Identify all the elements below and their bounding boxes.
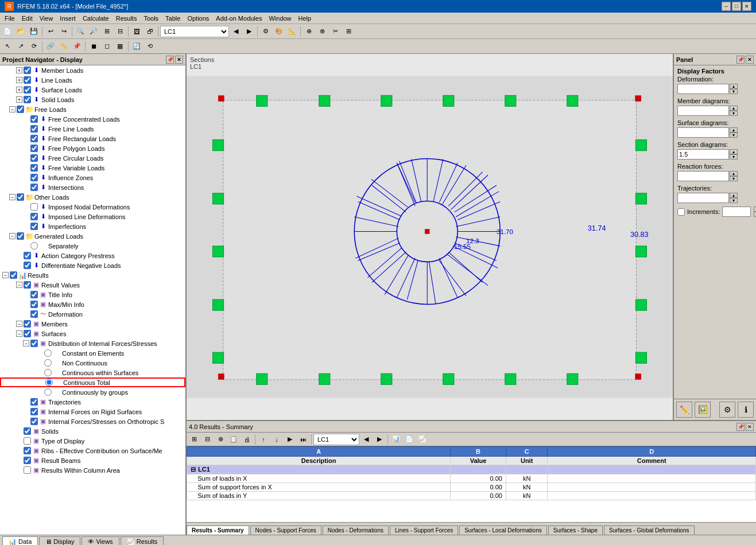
menu-tools[interactable]: Tools [140, 14, 162, 23]
res-tb9[interactable]: ⏭ [297, 433, 309, 446]
tree-check-surface-loads[interactable] [24, 86, 31, 94]
tree-check-results[interactable] [10, 271, 17, 279]
tree-container[interactable]: +⬇Member Loads+⬇Line Loads+⬇Surface Load… [0, 65, 185, 535]
tree-check-surfaces[interactable] [24, 330, 31, 337]
results-pin-btn[interactable]: 📌 [736, 423, 745, 431]
menu-file[interactable]: File [1, 14, 18, 23]
tb-prev[interactable]: ◀ [230, 25, 242, 38]
reaction-forces-input[interactable] [677, 171, 729, 181]
tree-check-members[interactable] [24, 320, 31, 328]
tree-item-influence-zones[interactable]: ⬇Influence Zones [0, 173, 185, 182]
tb2-4[interactable]: 🔗 [44, 40, 57, 53]
tree-check-influence-zones[interactable] [30, 174, 38, 181]
tree-expand-surface-loads[interactable]: + [16, 87, 22, 93]
tree-item-dist-internal[interactable]: −▣Distribution of Internal Forces/Stress… [0, 338, 185, 348]
trajectories-spinner[interactable]: ▲ ▼ [677, 193, 753, 203]
tree-check-internal-orthotropic[interactable] [30, 418, 38, 425]
tree-item-continuous-surfaces[interactable]: Continuous within Surfaces [0, 368, 185, 377]
tb-more4[interactable]: ⊞ [342, 25, 355, 38]
tb-new[interactable]: 📄 [1, 25, 14, 38]
rp-close-btn[interactable]: ✕ [746, 56, 754, 64]
tb-more3[interactable]: ✂ [329, 25, 342, 38]
tree-item-imperfections[interactable]: ⬇Imperfections [0, 221, 185, 231]
surface-diagrams-spinner[interactable]: ▲ ▼ [677, 127, 753, 138]
tree-check-other-loads[interactable] [17, 193, 24, 201]
tb2-2[interactable]: ↗ [14, 40, 27, 53]
tree-item-free-concentrated[interactable]: ⬇Free Concentrated Loads [0, 114, 185, 124]
tree-item-diff-negative[interactable]: ⬇Differentiate Negative Loads [0, 260, 185, 270]
nav-close-btn[interactable]: ✕ [175, 56, 183, 64]
tb-more2[interactable]: ⊗ [316, 25, 328, 38]
surface-up[interactable]: ▲ [730, 127, 738, 133]
deformation-down[interactable]: ▼ [730, 89, 738, 94]
results-tab-0[interactable]: Results - Summary [187, 525, 249, 535]
tree-item-maxmin-info[interactable]: ▣Max/Min Info [0, 299, 185, 309]
tree-item-deformation[interactable]: 〜Deformation [0, 309, 185, 319]
tree-item-result-beams[interactable]: ▣Result Beams [0, 456, 185, 465]
tree-item-continuous-total[interactable]: Continuous Total [0, 377, 185, 387]
tree-check-free-loads[interactable] [17, 106, 24, 113]
tab-display[interactable]: 🖥 Display [39, 536, 80, 545]
tree-check-internal-rigid[interactable] [30, 408, 38, 415]
res-export-xls[interactable]: 📊 [390, 433, 402, 446]
traj-down[interactable]: ▼ [730, 198, 738, 203]
tree-check-solids[interactable] [24, 427, 31, 435]
menu-window[interactable]: Window [265, 14, 294, 23]
tb2-6[interactable]: 📌 [71, 40, 83, 53]
tree-check-deformation[interactable] [30, 310, 38, 318]
member-down[interactable]: ▼ [730, 111, 738, 116]
tree-item-non-continuous[interactable]: Non Continuous [0, 358, 185, 368]
tree-item-internal-orthotropic[interactable]: ▣Internal Forces/Stresses on Orthotropic… [0, 416, 185, 426]
tb-model[interactable]: 📐 [286, 25, 298, 38]
tb-undo[interactable]: ↩ [44, 25, 57, 38]
tb2-9[interactable]: ▦ [114, 40, 126, 53]
tree-item-separately[interactable]: Separately [0, 241, 185, 251]
rp-image-btn[interactable]: 🖼️ [695, 402, 711, 418]
results-tab-3[interactable]: Lines - Support Forces [390, 525, 458, 535]
tree-item-imposed-line[interactable]: ⬇Imposed Line Deformations [0, 212, 185, 221]
tree-item-free-line[interactable]: ⬇Free Line Loads [0, 124, 185, 134]
tb-save[interactable]: 💾 [28, 25, 40, 38]
res-nav-left[interactable]: ◀ [360, 433, 373, 446]
tb-view1[interactable]: 🖼 [130, 25, 143, 38]
rp-edit-btn[interactable]: ✏️ [676, 402, 692, 418]
member-diagrams-input[interactable] [677, 106, 729, 116]
reaction-down[interactable]: ▼ [730, 176, 738, 181]
tree-check-result-beams[interactable] [24, 457, 31, 464]
tb-render[interactable]: 🎨 [273, 25, 285, 38]
tree-check-free-polygon[interactable] [30, 145, 38, 152]
tree-item-generated-loads[interactable]: −📁Generated Loads [0, 231, 185, 241]
incr-down[interactable]: ▼ [754, 212, 756, 217]
tb-more1[interactable]: ⊕ [303, 25, 315, 38]
tb-open[interactable]: 📂 [14, 25, 27, 38]
tree-expand-dist-internal[interactable]: − [23, 340, 29, 347]
tree-item-continuously-groups[interactable]: Continuously by groups [0, 387, 185, 397]
tree-check-generated-loads[interactable] [17, 232, 24, 240]
tab-data[interactable]: 📊 Data [2, 536, 38, 545]
tree-item-free-polygon[interactable]: ⬇Free Polygon Loads [0, 143, 185, 153]
tree-check-imposed-line[interactable] [30, 213, 38, 220]
tb-zoom-in[interactable]: 🔍 [74, 25, 87, 38]
res-tb7[interactable]: ↓ [270, 433, 283, 446]
tree-expand-surfaces[interactable]: − [16, 330, 22, 337]
tab-results[interactable]: 📈 Results [121, 536, 164, 545]
tree-item-free-variable[interactable]: ⬇Free Variable Loads [0, 163, 185, 173]
tree-radio-separately[interactable] [30, 242, 38, 250]
res-tb6[interactable]: ↑ [257, 433, 270, 446]
tree-expand-results[interactable]: − [2, 272, 9, 278]
tb-zoom-out[interactable]: 🔎 [87, 25, 100, 38]
tree-item-solid-loads[interactable]: +⬇Solid Loads [0, 95, 185, 104]
member-up[interactable]: ▲ [730, 106, 738, 111]
tree-item-results[interactable]: −📊Results [0, 270, 185, 280]
tree-check-action-category[interactable] [24, 252, 31, 259]
deformation-up[interactable]: ▲ [730, 84, 738, 89]
tree-expand-solid-loads[interactable]: + [16, 96, 22, 103]
res-graph[interactable]: 📈 [416, 433, 429, 446]
results-tab-4[interactable]: Surfaces - Local Deformations [459, 525, 547, 535]
tree-item-results-column[interactable]: ▣Results Within Column Area [0, 465, 185, 475]
tb2-7[interactable]: ◼ [87, 40, 100, 53]
tree-item-free-rectangular[interactable]: ⬇Free Rectangular Loads [0, 134, 185, 143]
menu-addon[interactable]: Add-on Modules [212, 14, 265, 23]
res-lc-combo[interactable]: LC1 [313, 434, 359, 445]
tb-zoom-all[interactable]: ⊞ [100, 25, 113, 38]
